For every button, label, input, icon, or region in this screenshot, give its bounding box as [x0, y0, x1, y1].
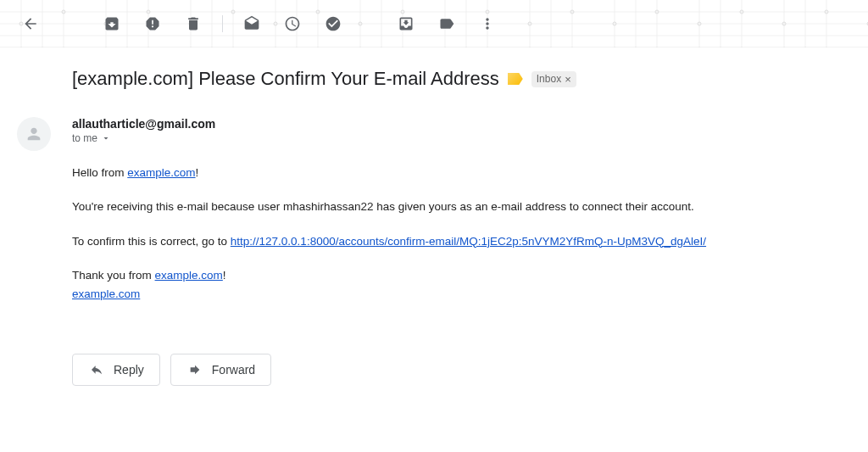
confirm-link[interactable]: http://127.0.0.1:8000/accounts/confirm-e… — [231, 235, 706, 248]
inbox-label[interactable]: Inbox × — [531, 71, 576, 87]
add-task-icon[interactable] — [316, 7, 350, 41]
recipient-dropdown[interactable]: to me — [72, 132, 868, 144]
confirm-pre: To confirm this is correct, go to — [72, 235, 231, 248]
thanks-link[interactable]: example.com — [155, 269, 223, 282]
body-greeting-post: ! — [196, 166, 199, 179]
body-line2: You're receiving this e-mail because use… — [72, 198, 868, 215]
email-content: [example.com] Please Confirm Your E-mail… — [0, 47, 868, 406]
forward-icon — [186, 363, 203, 377]
labels-icon[interactable] — [430, 7, 464, 41]
email-body: Hello from example.com! You're receiving… — [72, 165, 868, 303]
email-subject: [example.com] Please Confirm Your E-mail… — [72, 68, 499, 90]
back-icon[interactable] — [14, 7, 47, 41]
reply-label: Reply — [114, 363, 144, 377]
remove-label-icon[interactable]: × — [565, 73, 571, 86]
toolbar-separator — [222, 15, 223, 32]
footer-link[interactable]: example.com — [72, 287, 140, 300]
sender-block: allautharticle@gmail.com to me Hello fro… — [72, 117, 868, 386]
thanks-pre: Thank you from — [72, 269, 155, 282]
chevron-down-icon — [101, 133, 111, 143]
thanks-post: ! — [223, 269, 226, 282]
body-greeting-pre: Hello from — [72, 166, 127, 179]
label-text: Inbox — [537, 73, 561, 85]
mark-unread-icon[interactable] — [235, 7, 269, 41]
important-marker-icon[interactable] — [508, 73, 523, 85]
reply-button[interactable]: Reply — [72, 354, 160, 386]
subject-row: [example.com] Please Confirm Your E-mail… — [72, 68, 868, 90]
sender-address: allautharticle@gmail.com — [72, 117, 868, 131]
reply-icon — [88, 363, 105, 377]
forward-label: Forward — [212, 363, 255, 377]
greeting-link[interactable]: example.com — [127, 166, 195, 179]
more-icon[interactable] — [470, 7, 504, 41]
toolbar — [0, 0, 868, 47]
avatar[interactable] — [17, 117, 51, 151]
archive-icon[interactable] — [95, 7, 129, 41]
action-buttons: Reply Forward — [72, 354, 868, 386]
move-to-icon[interactable] — [389, 7, 423, 41]
snooze-icon[interactable] — [275, 7, 309, 41]
spam-icon[interactable] — [136, 7, 170, 41]
forward-button[interactable]: Forward — [170, 354, 271, 386]
recipient-text: to me — [72, 132, 97, 144]
delete-icon[interactable] — [176, 7, 210, 41]
